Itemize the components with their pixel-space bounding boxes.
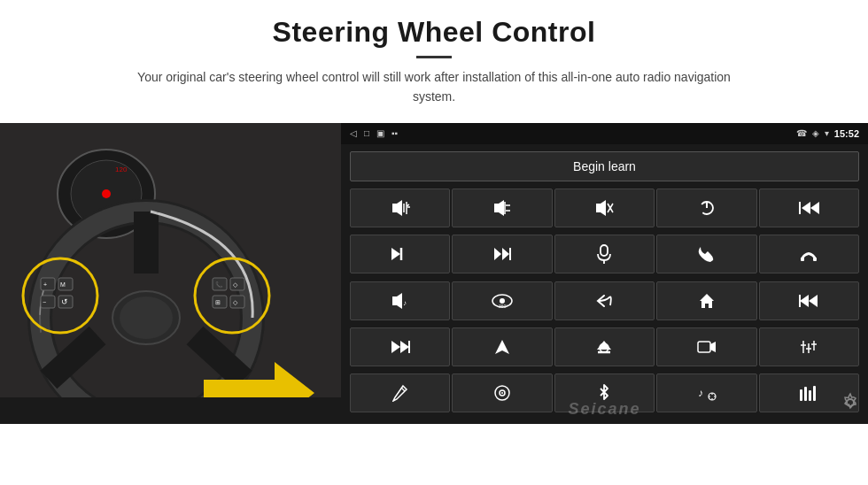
navigate-button[interactable] (452, 327, 552, 366)
begin-learn-row: Begin learn (341, 144, 868, 189)
svg-marker-70 (800, 295, 809, 307)
controls-grid: ♪ 360° (341, 189, 868, 424)
home-nav-icon[interactable]: □ (364, 128, 369, 138)
mute-button[interactable] (554, 189, 655, 227)
music-settings-button[interactable]: ♪ (656, 373, 756, 412)
svg-text:📞: 📞 (215, 281, 223, 289)
svg-marker-74 (495, 340, 509, 354)
skip-fwd-button[interactable] (452, 235, 552, 273)
svg-text:−: − (43, 299, 46, 305)
title-divider (416, 56, 452, 58)
recent-nav-icon[interactable]: ▣ (376, 128, 384, 138)
view-360-button[interactable]: 360° (452, 281, 552, 320)
svg-marker-35 (392, 200, 402, 216)
location-status-icon: ◈ (812, 128, 819, 138)
svg-marker-55 (494, 248, 501, 260)
content-section: 120 km/h (0, 123, 868, 485)
svg-rect-58 (601, 245, 608, 256)
mic-button[interactable] (554, 235, 655, 273)
steering-wheel-bg: 120 km/h (0, 123, 341, 424)
svg-rect-60 (801, 258, 804, 261)
svg-text:120: 120 (115, 166, 128, 173)
header-section: Steering Wheel Control Your original car… (0, 0, 868, 114)
svg-text:⊞: ⊞ (215, 299, 221, 305)
svg-line-87 (401, 388, 405, 391)
phone-call-button[interactable] (656, 235, 756, 273)
photo-side: 120 km/h (0, 123, 341, 424)
svg-marker-72 (391, 341, 400, 353)
equalizer-button[interactable] (759, 327, 859, 366)
svg-text:♪: ♪ (698, 387, 703, 399)
status-bar: ◁ □ ▣ ▪▪ ☎ ◈ ▾ 15:52 (341, 123, 868, 144)
svg-rect-34 (0, 397, 341, 424)
speaker-button[interactable]: ♪ (350, 281, 450, 320)
svg-point-14 (120, 296, 173, 339)
android-side: ◁ □ ▣ ▪▪ ☎ ◈ ▾ 15:52 Begin learn (341, 123, 868, 424)
svg-rect-100 (813, 386, 816, 401)
svg-line-39 (407, 204, 408, 206)
begin-learn-button[interactable]: Begin learn (350, 151, 859, 181)
hang-up-button[interactable] (759, 235, 859, 273)
status-left: ◁ □ ▣ ▪▪ (350, 128, 398, 138)
time-display: 15:52 (834, 128, 859, 139)
call-end-prev-button[interactable] (759, 189, 859, 227)
svg-marker-62 (392, 293, 402, 309)
back-nav-icon[interactable]: ◁ (350, 128, 357, 138)
page-title: Steering Wheel Control (53, 16, 815, 49)
signal-bars-icon: ▪▪ (391, 128, 398, 138)
svg-marker-51 (810, 202, 819, 214)
svg-marker-56 (502, 248, 509, 260)
next-track-button[interactable] (350, 235, 450, 273)
svg-text:M: M (60, 281, 66, 288)
svg-rect-98 (804, 387, 807, 401)
svg-marker-40 (494, 200, 504, 216)
bluetooth-button[interactable] (554, 373, 655, 412)
home-screen-button[interactable] (656, 281, 756, 320)
svg-marker-80 (710, 342, 716, 352)
subtitle: Your original car's steering wheel contr… (124, 67, 744, 107)
svg-point-90 (501, 392, 503, 394)
svg-marker-69 (809, 295, 818, 307)
rewind-button[interactable] (759, 281, 859, 320)
svg-point-77 (602, 346, 606, 350)
phone-status-icon: ☎ (796, 128, 807, 138)
pen-button[interactable] (350, 373, 450, 412)
svg-marker-50 (802, 202, 810, 214)
svg-point-3 (102, 189, 111, 198)
svg-text:360°: 360° (499, 304, 508, 309)
svg-marker-67 (700, 294, 714, 308)
svg-rect-99 (809, 390, 811, 401)
wifi-status-icon: ▾ (825, 128, 829, 138)
svg-text:↺: ↺ (61, 297, 68, 306)
svg-marker-52 (391, 248, 400, 260)
svg-rect-79 (698, 342, 710, 352)
eject-button[interactable] (554, 327, 655, 366)
svg-rect-61 (813, 258, 817, 261)
back-button[interactable] (554, 281, 655, 320)
power-button[interactable] (656, 189, 756, 227)
status-right: ☎ ◈ ▾ 15:52 (796, 128, 859, 139)
svg-marker-73 (400, 341, 409, 353)
page-wrapper: Steering Wheel Control Your original car… (0, 0, 868, 485)
camera-record-button[interactable] (656, 327, 756, 366)
svg-rect-97 (800, 389, 802, 401)
circle-menu-button[interactable] (452, 373, 552, 412)
svg-marker-44 (596, 200, 606, 216)
vol-down-button[interactable] (452, 189, 552, 227)
fast-fwd-button[interactable] (350, 327, 450, 366)
vol-up-button[interactable] (350, 189, 450, 227)
svg-text:♪: ♪ (403, 299, 407, 307)
settings-gear-icon[interactable] (840, 392, 861, 419)
svg-text:+: + (43, 281, 47, 288)
